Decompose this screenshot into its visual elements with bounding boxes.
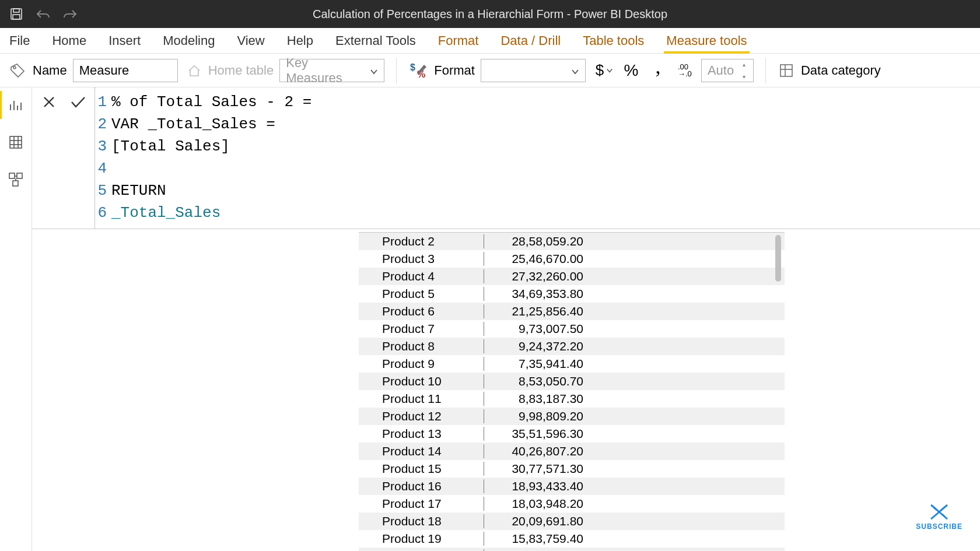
view-rail (0, 87, 32, 551)
data-view-button[interactable] (4, 131, 27, 154)
ribbon-content: Name Home table Key Measures $ % Format (0, 54, 980, 87)
svg-rect-19 (17, 173, 22, 178)
line-number: 1 (95, 91, 111, 113)
value-cell: 21,25,856.40 (484, 304, 589, 318)
decimal-places-stepper[interactable]: Auto ▴▾ (701, 59, 754, 82)
decimal-shift-button[interactable]: .00 →.0 (674, 60, 695, 81)
datacat-group: Data category (778, 62, 881, 79)
tab-help[interactable]: Help (287, 28, 313, 53)
value-cell: 30,77,571.30 (484, 462, 589, 476)
table-row[interactable]: Product 108,53,050.70 (359, 373, 785, 390)
table-row[interactable]: Product 89,24,372.20 (359, 338, 785, 355)
table-row[interactable]: Product 1718,03,948.20 (359, 495, 785, 513)
product-cell: Product 2 (359, 234, 484, 248)
subscribe-label: SUBSCRIBE (916, 522, 963, 531)
redo-icon[interactable] (62, 6, 78, 22)
line-number: 5 (95, 180, 111, 202)
number-format-group: $ % , .00 →.0 Auto ▴▾ (594, 59, 754, 82)
decimal-places-value: Auto (708, 63, 734, 78)
table-row[interactable]: Product 2017,64,518.70 (359, 548, 785, 551)
data-category-label: Data category (801, 63, 881, 78)
tab-measure-tools[interactable]: Measure tools (666, 28, 747, 53)
product-cell: Product 18 (359, 514, 484, 528)
table-row[interactable]: Product 1915,83,759.40 (359, 530, 785, 548)
table-row[interactable]: Product 325,46,670.00 (359, 250, 785, 268)
svg-point-3 (13, 66, 16, 69)
svg-rect-6 (780, 65, 792, 76)
thousands-separator-button[interactable]: , (648, 60, 668, 81)
value-cell: 9,73,007.50 (484, 322, 589, 336)
table-visual[interactable]: Product 228,58,059.20Product 325,46,670.… (359, 232, 785, 551)
product-cell: Product 12 (359, 409, 484, 423)
table-row[interactable]: Product 1530,77,571.30 (359, 460, 785, 478)
code-line: VAR _Total_Sales = (111, 113, 284, 135)
value-cell: 18,03,948.20 (484, 497, 589, 511)
format-group: $ % Format (408, 59, 586, 82)
table-row[interactable]: Product 228,58,059.20 (359, 233, 785, 250)
tab-format[interactable]: Format (438, 28, 479, 53)
product-cell: Product 14 (359, 444, 484, 458)
product-cell: Product 9 (359, 357, 484, 371)
product-cell: Product 17 (359, 497, 484, 511)
product-cell: Product 15 (359, 462, 484, 476)
save-icon[interactable] (8, 6, 24, 22)
main-area: 1% of Total Sales - 2 = 2VAR _Total_Sale… (0, 87, 980, 551)
product-cell: Product 8 (359, 339, 484, 353)
report-view-button[interactable] (4, 93, 27, 117)
value-cell: 40,26,807.20 (484, 444, 589, 458)
table-row[interactable]: Product 1820,09,691.80 (359, 513, 785, 530)
format-icon: $ % (408, 61, 428, 80)
tab-external-tools[interactable]: External Tools (335, 28, 416, 53)
formula-editor[interactable]: 1% of Total Sales - 2 = 2VAR _Total_Sale… (95, 87, 980, 229)
table-row[interactable]: Product 1335,51,596.30 (359, 425, 785, 443)
cancel-formula-button[interactable] (40, 93, 58, 111)
value-cell: 9,98,809.20 (484, 409, 589, 423)
product-cell: Product 6 (359, 304, 484, 318)
product-cell: Product 11 (359, 392, 484, 406)
table-row[interactable]: Product 129,98,809.20 (359, 408, 785, 425)
tab-view[interactable]: View (237, 28, 264, 53)
app-title: Calculation of Percentages in a Hierarch… (313, 8, 667, 21)
chevron-down-icon (571, 63, 579, 78)
line-number: 4 (95, 157, 111, 180)
table-row[interactable]: Product 1440,26,807.20 (359, 443, 785, 460)
product-cell: Product 16 (359, 479, 484, 493)
home-table-select[interactable]: Key Measures (279, 59, 384, 82)
value-cell: 9,24,372.20 (484, 339, 589, 353)
svg-rect-20 (13, 181, 18, 186)
separator (765, 58, 766, 83)
measure-name-input[interactable] (73, 59, 178, 82)
table-row[interactable]: Product 534,69,353.80 (359, 285, 785, 303)
tab-modeling[interactable]: Modeling (163, 28, 215, 53)
line-number: 3 (95, 135, 111, 157)
vertical-scrollbar[interactable] (775, 235, 781, 282)
tab-file[interactable]: File (9, 28, 30, 53)
value-cell: 25,46,670.00 (484, 252, 589, 266)
tab-table-tools[interactable]: Table tools (583, 28, 644, 53)
value-cell: 8,53,050.70 (484, 374, 589, 388)
code-line: RETURN (111, 180, 166, 202)
subscribe-badge: SUBSCRIBE (916, 501, 963, 531)
value-cell: 28,58,059.20 (484, 234, 589, 248)
tab-insert[interactable]: Insert (108, 28, 141, 53)
table-row[interactable]: Product 1618,93,433.40 (359, 478, 785, 495)
format-select[interactable] (481, 59, 586, 82)
line-number: 6 (95, 202, 111, 224)
formula-bar: 1% of Total Sales - 2 = 2VAR _Total_Sale… (32, 87, 980, 229)
code-line: % of Total Sales - 2 = (111, 91, 321, 113)
percent-button[interactable]: % (621, 60, 642, 81)
tab-data-drill[interactable]: Data / Drill (501, 28, 561, 53)
table-row[interactable]: Product 427,32,260.00 (359, 268, 785, 285)
commit-formula-button[interactable] (69, 93, 87, 111)
currency-button[interactable]: $ (594, 60, 615, 81)
format-label: Format (434, 63, 475, 78)
table-row[interactable]: Product 97,35,941.40 (359, 355, 785, 373)
table-row[interactable]: Product 118,83,187.30 (359, 390, 785, 408)
tab-home[interactable]: Home (52, 28, 86, 53)
table-row[interactable]: Product 79,73,007.50 (359, 320, 785, 338)
svg-text:$: $ (410, 62, 415, 72)
undo-icon[interactable] (35, 6, 51, 22)
product-cell: Product 5 (359, 287, 484, 301)
table-row[interactable]: Product 621,25,856.40 (359, 303, 785, 320)
model-view-button[interactable] (4, 168, 27, 191)
